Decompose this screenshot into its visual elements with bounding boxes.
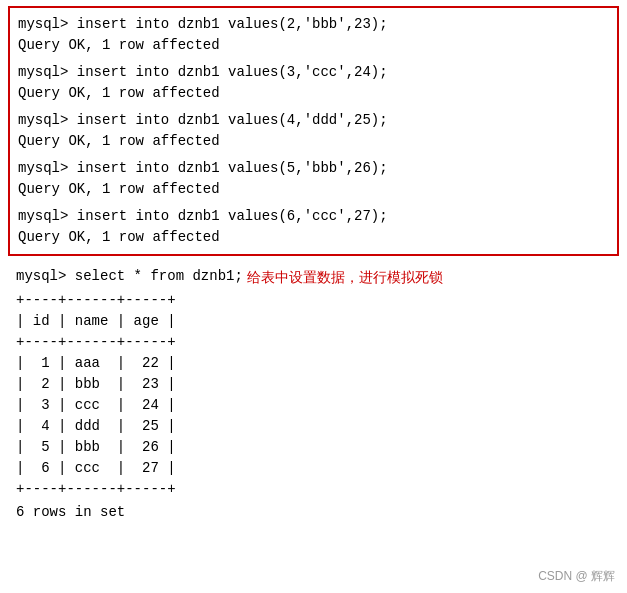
table-header: | id | name | age | bbox=[16, 311, 611, 332]
table-sep-top: +----+------+-----+ bbox=[16, 290, 611, 311]
summary-line: 6 rows in set bbox=[16, 502, 611, 523]
insert-block-2: mysql> insert into dznb1 values(3,'ccc',… bbox=[18, 62, 609, 104]
insert-cmd-2: mysql> insert into dznb1 values(3,'ccc',… bbox=[18, 62, 609, 83]
table-row-5: | 5 | bbb | 26 | bbox=[16, 437, 611, 458]
insert-cmd-4: mysql> insert into dznb1 values(5,'bbb',… bbox=[18, 158, 609, 179]
insert-result-4: Query OK, 1 row affected bbox=[18, 179, 609, 200]
annotation-text: 给表中设置数据，进行模拟死锁 bbox=[247, 268, 443, 288]
insert-result-3: Query OK, 1 row affected bbox=[18, 131, 609, 152]
table-sep-mid: +----+------+-----+ bbox=[16, 332, 611, 353]
insert-result-2: Query OK, 1 row affected bbox=[18, 83, 609, 104]
insert-block-3: mysql> insert into dznb1 values(4,'ddd',… bbox=[18, 110, 609, 152]
table-section: +----+------+-----+ | id | name | age | … bbox=[16, 290, 611, 500]
table-row-3: | 3 | ccc | 24 | bbox=[16, 395, 611, 416]
table-sep-bottom: +----+------+-----+ bbox=[16, 479, 611, 500]
watermark: CSDN @ 辉辉 bbox=[538, 568, 615, 585]
insert-cmd-5: mysql> insert into dznb1 values(6,'ccc',… bbox=[18, 206, 609, 227]
table-row-2: | 2 | bbb | 23 | bbox=[16, 374, 611, 395]
red-box: mysql> insert into dznb1 values(2,'bbb',… bbox=[8, 6, 619, 256]
select-cmd: mysql> select * from dznb1; bbox=[16, 268, 243, 284]
below-section: mysql> select * from dznb1; 给表中设置数据，进行模拟… bbox=[8, 264, 619, 527]
insert-block-5: mysql> insert into dznb1 values(6,'ccc',… bbox=[18, 206, 609, 248]
main-container: mysql> insert into dznb1 values(2,'bbb',… bbox=[0, 0, 627, 593]
insert-block-4: mysql> insert into dznb1 values(5,'bbb',… bbox=[18, 158, 609, 200]
table-row-4: | 4 | ddd | 25 | bbox=[16, 416, 611, 437]
insert-cmd-1: mysql> insert into dznb1 values(2,'bbb',… bbox=[18, 14, 609, 35]
insert-block-1: mysql> insert into dznb1 values(2,'bbb',… bbox=[18, 14, 609, 56]
insert-result-5: Query OK, 1 row affected bbox=[18, 227, 609, 248]
table-row-1: | 1 | aaa | 22 | bbox=[16, 353, 611, 374]
select-line: mysql> select * from dznb1; 给表中设置数据，进行模拟… bbox=[16, 268, 611, 288]
insert-cmd-3: mysql> insert into dznb1 values(4,'ddd',… bbox=[18, 110, 609, 131]
insert-result-1: Query OK, 1 row affected bbox=[18, 35, 609, 56]
table-row-6: | 6 | ccc | 27 | bbox=[16, 458, 611, 479]
